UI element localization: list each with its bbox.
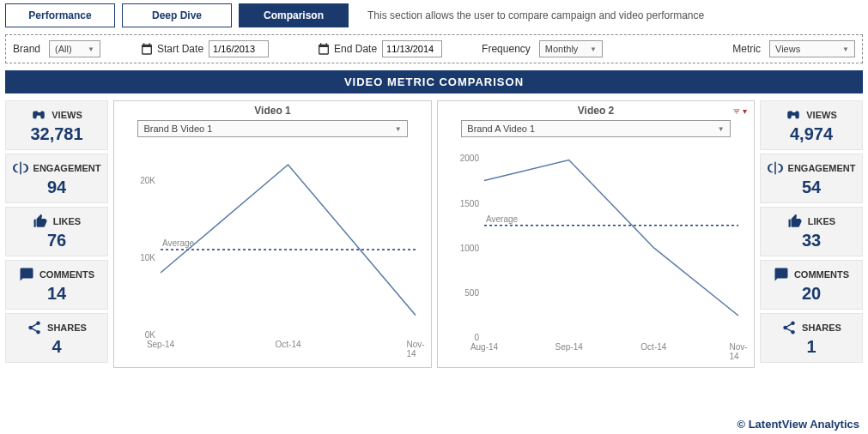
section-header: VIDEO METRIC COMPARISON [5, 70, 863, 93]
end-date-input[interactable] [382, 40, 442, 57]
y-tick-label: 10K [140, 253, 155, 262]
comment-icon [19, 267, 34, 282]
metric-card-likes: LIKES 76 [5, 207, 108, 256]
x-tick-label: Sep-14 [555, 342, 583, 352]
metric-card-engagement: ENGAGEMENT 94 [5, 154, 108, 203]
tab-comparison[interactable]: Comparison [239, 3, 349, 27]
metric-dropdown[interactable]: Views ▼ [769, 40, 855, 57]
y-tick-label: 2000 [460, 154, 479, 163]
frequency-value: Monthly [545, 44, 579, 54]
left-metrics-column: VIEWS 32,781 ENGAGEMENT 94 LIKES 76 COMM… [5, 100, 108, 368]
metric-value: Views [775, 44, 800, 54]
calendar-icon [317, 42, 331, 56]
frequency-label: Frequency [482, 43, 531, 55]
y-tick-label: 0K [145, 330, 155, 340]
antenna-icon [13, 160, 28, 176]
y-tick-label: 1500 [460, 198, 479, 208]
calendar-icon [140, 42, 154, 56]
caret-icon: ▾ [743, 106, 747, 116]
metric-value: 32,781 [30, 124, 82, 144]
binoculars-icon [786, 107, 801, 123]
thumbs-up-icon [787, 214, 803, 229]
metric-value: 54 [802, 178, 821, 197]
metric-card-comments: COMMENTS 14 [5, 260, 108, 310]
metric-card-shares: SHARES 1 [760, 313, 863, 363]
video1-select-value: Brand B Video 1 [143, 124, 212, 134]
metric-value: 4,974 [790, 124, 833, 144]
caret-icon: ▼ [88, 45, 94, 53]
frequency-dropdown[interactable]: Monthly ▼ [539, 40, 603, 57]
metric-label: ENGAGEMENT [788, 163, 856, 173]
y-tick-label: 20K [140, 176, 155, 185]
chart-area: 0500100015002000AverageAug-14Sep-14Oct-1… [443, 141, 749, 364]
metric-value: 33 [802, 231, 821, 250]
average-label: Average [486, 214, 518, 224]
x-tick-label: Aug-14 [470, 342, 498, 352]
chart-area: 0K10K20KAverageSep-14Oct-14Nov-14 [119, 141, 426, 364]
video1-dropdown[interactable]: Brand B Video 1 ▼ [137, 120, 407, 137]
share-icon [781, 320, 797, 335]
binoculars-icon [31, 107, 46, 123]
chart-panel-video2: ▾ Video 2 Brand A Video 1 ▼ 050010001500… [437, 100, 755, 368]
metric-label: Metric [732, 43, 761, 55]
x-tick-label: Nov-14 [729, 342, 747, 361]
share-icon [27, 320, 42, 335]
chart-title: Video 2 [578, 105, 614, 117]
chart-title: Video 1 [254, 105, 290, 117]
start-date-input[interactable] [209, 40, 269, 57]
metric-value: 4 [52, 337, 61, 357]
footer-credit: © LatentView Analytics [737, 418, 859, 431]
y-tick-label: 500 [464, 287, 479, 297]
metric-card-engagement: ENGAGEMENT 54 [760, 154, 863, 203]
brand-label: Brand [13, 43, 40, 55]
antenna-icon [768, 160, 783, 176]
metric-card-views: VIEWS 32,781 [5, 100, 108, 150]
caret-icon: ▼ [590, 45, 597, 53]
video2-select-value: Brand A Video 1 [467, 124, 535, 134]
metric-card-comments: COMMENTS 20 [760, 260, 863, 310]
metric-label: ENGAGEMENT [33, 163, 101, 173]
right-metrics-column: VIEWS 4,974 ENGAGEMENT 54 LIKES 33 COMME… [760, 100, 863, 368]
x-tick-label: Oct-14 [640, 342, 666, 352]
metric-label: LIKES [53, 216, 81, 226]
y-tick-label: 0 [474, 333, 479, 342]
brand-dropdown[interactable]: (All) ▼ [49, 40, 100, 57]
metric-value: 14 [47, 284, 66, 304]
metric-card-likes: LIKES 33 [760, 207, 863, 256]
metric-card-shares: SHARES 4 [5, 313, 108, 363]
metric-label: VIEWS [52, 110, 82, 120]
caret-icon: ▼ [842, 45, 849, 53]
average-label: Average [162, 238, 194, 248]
metric-label: LIKES [808, 216, 835, 226]
x-tick-label: Nov-14 [406, 340, 424, 359]
metric-label: SHARES [47, 322, 87, 333]
brand-value: (All) [55, 44, 72, 54]
x-tick-label: Sep-14 [147, 340, 174, 349]
chart-panel-video1: Video 1 Brand B Video 1 ▼ 0K10K20KAverag… [113, 100, 432, 368]
metric-value: 20 [802, 284, 821, 304]
thumbs-up-icon [33, 214, 48, 229]
tab-performance[interactable]: Performance [5, 3, 115, 27]
caret-icon: ▼ [718, 125, 725, 133]
video2-dropdown[interactable]: Brand A Video 1 ▼ [461, 120, 730, 137]
metric-label: VIEWS [806, 110, 836, 120]
start-date-label: Start Date [157, 43, 203, 55]
metric-value: 94 [47, 178, 66, 197]
y-tick-label: 1000 [460, 243, 479, 252]
metric-label: SHARES [802, 322, 841, 333]
filter-icon[interactable]: ▾ [732, 106, 747, 116]
caret-icon: ▼ [395, 125, 402, 133]
x-tick-label: Oct-14 [275, 340, 300, 349]
section-description: This section allows the user to compare … [367, 9, 704, 21]
filter-bar: Brand (All) ▼ Start Date End Date Freque… [5, 34, 863, 63]
end-date-label: End Date [334, 43, 377, 55]
metric-label: COMMENTS [794, 269, 849, 280]
metric-value: 1 [806, 337, 816, 357]
tab-deep-dive[interactable]: Deep Dive [122, 3, 232, 27]
metric-value: 76 [47, 231, 66, 250]
metric-label: COMMENTS [39, 269, 94, 280]
metric-card-views: VIEWS 4,974 [760, 100, 863, 150]
comment-icon [774, 267, 789, 282]
